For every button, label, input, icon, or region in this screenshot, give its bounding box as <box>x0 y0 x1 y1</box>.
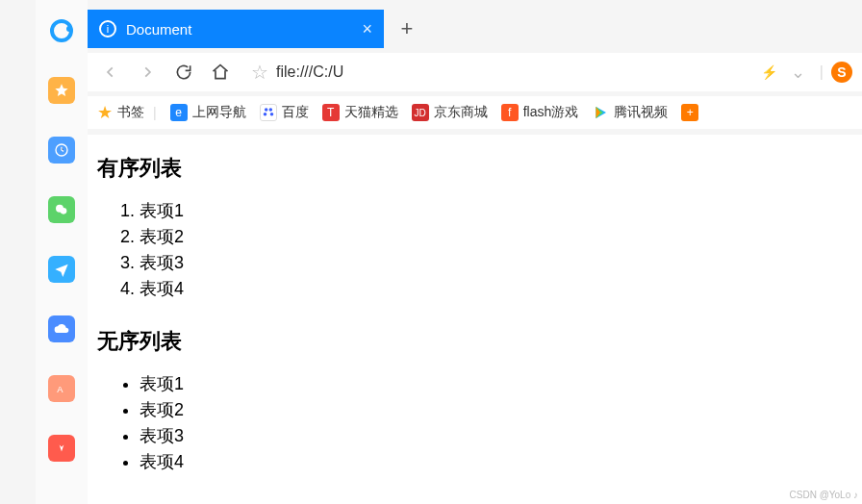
bookmark-label: 天猫精选 <box>344 104 398 121</box>
back-button[interactable] <box>97 59 124 86</box>
forward-button[interactable] <box>134 59 161 86</box>
page-content: 有序列表 表项1 表项2 表项3 表项4 无序列表 表项1 表项2 表项3 表项… <box>88 135 862 504</box>
svg-point-6 <box>265 108 268 112</box>
tencent-video-icon <box>592 104 609 121</box>
watermark: CSDN @YoLo ♪ <box>790 490 858 500</box>
bookmark-tencent-video[interactable]: 腾讯视频 <box>592 104 668 121</box>
heading-ordered: 有序列表 <box>97 154 852 183</box>
bookmark-jd[interactable]: JD 京东商城 <box>412 104 488 121</box>
bookmark-more[interactable]: + <box>681 104 698 121</box>
plane-app-icon[interactable] <box>48 256 75 283</box>
list-item: 表项4 <box>139 276 852 302</box>
bookmark-label: 百度 <box>282 104 309 121</box>
divider: | <box>820 63 824 81</box>
list-item: 表项1 <box>139 198 852 224</box>
bookmark-label: 书签 <box>117 104 144 121</box>
bookmark-label: 腾讯视频 <box>614 104 668 121</box>
browser-app-icon[interactable] <box>48 17 75 44</box>
bookmark-flash[interactable]: f flash游戏 <box>501 104 579 121</box>
tab-title: Document <box>126 21 362 38</box>
flash-icon[interactable]: ⚡ <box>761 64 777 80</box>
cloud-app-icon[interactable] <box>48 315 75 342</box>
more-icon: + <box>681 104 698 121</box>
svg-point-4 <box>61 208 67 214</box>
bookmarks-root[interactable]: ★ 书签 | <box>97 102 157 123</box>
url-text: file:///C:/U <box>276 63 343 81</box>
bookmarks-bar: ★ 书签 | e 上网导航 百度 T 天猫精选 JD 京东商城 f flash游… <box>88 96 862 129</box>
reload-button[interactable] <box>170 59 197 86</box>
list-item: 表项1 <box>139 371 852 397</box>
tab-bar: i Document × + <box>88 10 862 48</box>
toolbar: ☆ file:///C:/U ⚡ ⌄ | S <box>88 53 862 91</box>
list-item: 表项4 <box>139 449 852 475</box>
list-item: 表项3 <box>139 250 852 276</box>
bookmark-label: 京东商城 <box>434 104 488 121</box>
new-tab-button[interactable]: + <box>390 12 424 46</box>
svg-point-7 <box>268 108 272 112</box>
baidu-icon <box>260 104 277 121</box>
ordered-list: 表项1 表项2 表项3 表项4 <box>97 198 852 302</box>
chevron-down-icon[interactable]: ⌄ <box>785 59 812 86</box>
svg-text:A: A <box>57 385 63 394</box>
app-dock: A <box>36 0 88 504</box>
list-item: 表项2 <box>139 397 852 423</box>
svg-point-9 <box>269 113 273 116</box>
tab-document[interactable]: i Document × <box>88 10 384 48</box>
list-item: 表项2 <box>139 224 852 250</box>
bookmark-tmall[interactable]: T 天猫精选 <box>322 104 398 121</box>
tab-info-icon: i <box>99 20 116 38</box>
bookmark-label: 上网导航 <box>192 104 246 121</box>
svg-point-1 <box>66 26 72 32</box>
flash-game-icon: f <box>501 104 519 121</box>
bookmark-baidu[interactable]: 百度 <box>260 104 309 121</box>
bookmark-label: flash游戏 <box>523 104 579 121</box>
jd-icon: JD <box>412 104 429 121</box>
home-button[interactable] <box>207 59 234 86</box>
sogou-search-icon[interactable]: S <box>831 62 852 83</box>
heading-unordered: 无序列表 <box>97 327 852 356</box>
wechat-app-icon[interactable] <box>48 196 75 223</box>
address-bar[interactable]: ☆ file:///C:/U <box>243 57 751 88</box>
list-item: 表项3 <box>139 423 852 449</box>
tmall-icon: T <box>322 104 340 121</box>
star-icon: ★ <box>97 102 113 123</box>
translate-app-icon[interactable]: A <box>48 375 75 402</box>
svg-point-8 <box>263 113 266 116</box>
favorites-app-icon[interactable] <box>48 77 75 104</box>
nav-icon: e <box>170 104 188 121</box>
pdf-app-icon[interactable] <box>48 435 75 462</box>
close-icon[interactable]: × <box>362 19 372 39</box>
bookmark-nav[interactable]: e 上网导航 <box>170 104 246 121</box>
clock-app-icon[interactable] <box>48 137 75 164</box>
bookmark-star-icon[interactable]: ☆ <box>251 61 268 84</box>
divider: | <box>153 105 157 120</box>
unordered-list: 表项1 表项2 表项3 表项4 <box>97 371 852 475</box>
